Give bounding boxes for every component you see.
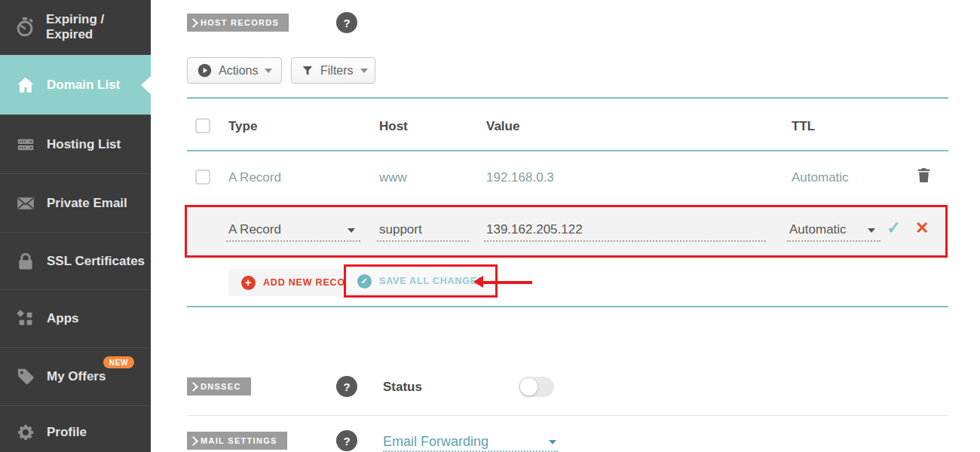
main-content: HOST RECORDS ? Actions Filters Type Host… [151, 0, 980, 452]
sidebar-item-label: Private Email [47, 196, 127, 211]
sidebar-item-label: SSL Certificates [47, 254, 145, 269]
confirm-check-icon[interactable]: ✓ [887, 218, 901, 238]
record-type-cell: A Record [228, 170, 281, 185]
column-header-ttl: TTL [792, 119, 815, 134]
server-icon [14, 135, 37, 154]
sidebar: Expiring / Expired Domain List Hosting L… [0, 0, 151, 452]
divider [187, 306, 948, 307]
sidebar-item-apps[interactable]: Apps [0, 289, 151, 347]
divider [187, 150, 948, 151]
record-host-input[interactable] [377, 219, 469, 242]
mail-settings-selected-option: Email Forwarding [383, 434, 488, 450]
envelope-icon [14, 194, 37, 213]
lock-icon [14, 252, 37, 271]
caret-down-icon [549, 440, 556, 444]
funnel-icon [302, 65, 314, 77]
value-field[interactable] [486, 222, 766, 237]
sidebar-item-ssl-certificates[interactable]: SSL Certificates [0, 232, 151, 289]
gear-icon [14, 423, 37, 442]
sidebar-item-label: Domain List [47, 78, 120, 93]
dnssec-section-label: DNSSEC [187, 377, 251, 396]
sidebar-item-label: Profile [47, 425, 87, 440]
sidebar-item-label: Hosting List [47, 137, 121, 152]
annotation-arrow-icon [473, 276, 532, 289]
sidebar-item-domain-list[interactable]: Domain List [0, 54, 151, 115]
sidebar-item-profile[interactable]: Profile [0, 405, 151, 452]
mail-settings-select[interactable]: Email Forwarding [383, 432, 558, 452]
record-ttl-cell: Automatic [792, 170, 849, 185]
sidebar-item-my-offers[interactable]: My Offers NEW [0, 347, 151, 405]
new-badge: NEW [103, 356, 134, 368]
sidebar-item-label: Apps [47, 311, 79, 326]
dnssec-help-icon[interactable]: ? [336, 376, 357, 397]
sidebar-item-label: Expiring / Expired [46, 12, 151, 42]
actions-label: Actions [219, 64, 258, 78]
plus-icon: + [241, 276, 256, 290]
caret-down-icon [868, 228, 875, 233]
save-all-changes-label: SAVE ALL CHANGES [379, 276, 484, 286]
host-records-help-icon[interactable]: ? [336, 12, 357, 33]
mail-settings-section-label: MAIL SETTINGS [187, 432, 287, 450]
sidebar-item-private-email[interactable]: Private Email [0, 173, 151, 232]
sidebar-item-expiring-expired[interactable]: Expiring / Expired [0, 0, 151, 54]
home-icon [14, 75, 37, 95]
tag-icon [14, 367, 37, 386]
sidebar-item-hosting-list[interactable]: Hosting List [0, 115, 151, 173]
timer-icon [14, 17, 36, 38]
apps-icon [14, 309, 37, 328]
sidebar-item-label: My Offers [47, 369, 106, 384]
caret-down-icon [360, 69, 368, 73]
column-header-value: Value [486, 119, 519, 134]
toggle-knob [520, 378, 537, 396]
filters-label: Filters [320, 64, 354, 78]
edit-record-row: A Record Automatic ✓ ✕ [185, 205, 948, 258]
record-value-input[interactable] [484, 219, 766, 242]
record-ttl-select[interactable]: Automatic [787, 219, 880, 242]
play-circle-icon [198, 63, 212, 78]
trash-icon[interactable] [915, 166, 933, 188]
caret-down-icon [265, 69, 272, 73]
divider [187, 415, 948, 416]
actions-dropdown-button[interactable]: Actions [187, 57, 282, 84]
cancel-cross-icon[interactable]: ✕ [915, 218, 929, 238]
column-header-type: Type [228, 119, 257, 134]
host-field[interactable] [379, 222, 469, 237]
dnssec-status-label: Status [383, 380, 422, 395]
record-type-select[interactable]: A Record [226, 219, 360, 242]
dnssec-status-toggle[interactable] [519, 377, 554, 397]
select-all-checkbox[interactable] [195, 118, 210, 133]
mail-settings-help-icon[interactable]: ? [336, 430, 357, 451]
divider [187, 97, 948, 99]
record-value-cell: 192.168.0.3 [486, 170, 554, 185]
column-header-host: Host [379, 119, 408, 134]
caret-down-icon [348, 228, 355, 233]
check-circle-icon: ✓ [357, 274, 372, 289]
record-host-cell: www [379, 170, 407, 185]
row-checkbox[interactable] [195, 170, 210, 185]
filters-dropdown-button[interactable]: Filters [291, 57, 375, 84]
host-records-section-label: HOST RECORDS [187, 14, 289, 32]
